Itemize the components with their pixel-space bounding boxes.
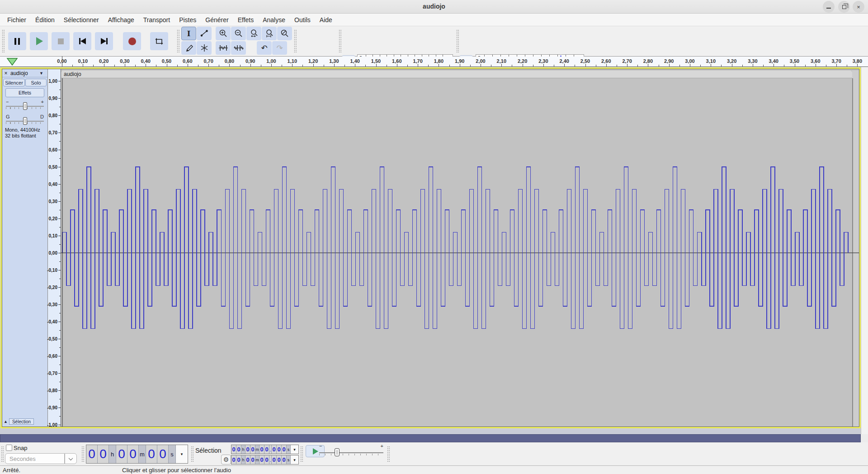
fit-project-button[interactable] bbox=[262, 27, 277, 40]
pan-slider[interactable]: G D bbox=[5, 115, 45, 127]
waveform[interactable] bbox=[61, 69, 859, 427]
toolbar-grip[interactable] bbox=[1, 29, 5, 53]
horizontal-scrollbar-thumb[interactable] bbox=[0, 434, 861, 442]
time-digit[interactable]: 0 bbox=[282, 445, 287, 454]
selection-end-field[interactable]: 00h00m00.000s▾ bbox=[231, 455, 299, 465]
draw-tool-button[interactable] bbox=[181, 41, 196, 55]
time-digit[interactable]: 0 bbox=[236, 455, 241, 464]
time-digit[interactable]: 0 bbox=[250, 445, 255, 454]
loop-button[interactable] bbox=[150, 32, 168, 50]
gain-slider[interactable]: − + bbox=[5, 100, 45, 112]
solo-button[interactable]: Solo bbox=[25, 79, 47, 86]
track-area[interactable]: × audiojo ▼ Silencer Solo Effets − + G D bbox=[0, 67, 868, 434]
selection-tool-button[interactable]: I bbox=[181, 27, 196, 40]
trim-audio-button[interactable] bbox=[216, 41, 231, 55]
menu-generer[interactable]: Générer bbox=[201, 14, 233, 25]
effects-button[interactable]: Effets bbox=[5, 88, 44, 97]
time-digit[interactable]: 0 bbox=[236, 445, 241, 454]
time-digit[interactable]: 0 bbox=[98, 445, 109, 463]
menu-aide[interactable]: Aide bbox=[315, 14, 337, 25]
audio-position-field[interactable]: 00h00m00s▾ bbox=[86, 445, 188, 464]
time-format-dropdown[interactable]: ▾ bbox=[293, 458, 296, 462]
track-select-button[interactable]: Sélection bbox=[9, 418, 34, 425]
time-format-dropdown[interactable]: ▾ bbox=[181, 452, 183, 456]
time-format-dropdown[interactable]: ▾ bbox=[293, 447, 296, 452]
selection-settings-button[interactable]: ⚙ bbox=[221, 455, 231, 465]
time-digit[interactable]: 0 bbox=[277, 445, 282, 454]
track-name[interactable]: audiojo bbox=[9, 70, 39, 76]
selection-start-field[interactable]: 00h00m00.000s▾ bbox=[231, 445, 299, 454]
toolbar-grip[interactable] bbox=[176, 29, 179, 53]
time-digit[interactable]: 0 bbox=[127, 445, 139, 463]
toolbar-grip[interactable] bbox=[1, 446, 4, 462]
time-digit[interactable]: 0 bbox=[264, 445, 269, 454]
gain-slider-thumb[interactable] bbox=[23, 102, 27, 110]
track-close-button[interactable]: × bbox=[2, 70, 9, 76]
menu-transport[interactable]: Transport bbox=[139, 14, 175, 25]
snap-mode-select[interactable]: Secondes bbox=[5, 453, 65, 464]
menu-pistes[interactable]: Pistes bbox=[175, 14, 201, 25]
time-unit[interactable]: s bbox=[287, 455, 291, 464]
toolbar-grip[interactable] bbox=[338, 29, 341, 53]
vertical-scrollbar[interactable] bbox=[861, 67, 868, 434]
toolbar-grip[interactable] bbox=[293, 29, 297, 53]
stop-button[interactable] bbox=[52, 32, 70, 50]
time-unit[interactable]: h bbox=[109, 445, 116, 463]
window-close-button[interactable]: × bbox=[853, 1, 864, 13]
skip-to-end-button[interactable] bbox=[95, 32, 113, 50]
waveform-region[interactable]: audiojo bbox=[61, 69, 859, 427]
window-maximize-button[interactable] bbox=[838, 1, 850, 13]
time-digit[interactable]: 0 bbox=[146, 445, 157, 463]
silence-audio-button[interactable] bbox=[231, 41, 246, 55]
timeline-ruler[interactable]: 0,000,100,200,300,400,500,600,700,800,90… bbox=[0, 57, 868, 67]
toolbar-grip[interactable] bbox=[456, 29, 459, 53]
time-unit[interactable]: m bbox=[255, 455, 259, 464]
menu-outils[interactable]: Outils bbox=[290, 14, 315, 25]
play-button[interactable] bbox=[30, 32, 48, 50]
horizontal-scrollbar[interactable] bbox=[0, 434, 861, 442]
time-digit[interactable]: 0 bbox=[282, 455, 287, 464]
record-button[interactable] bbox=[123, 32, 141, 50]
toolbar-grip[interactable] bbox=[387, 446, 390, 462]
time-digit[interactable]: 0 bbox=[272, 455, 277, 464]
snap-mode-dropdown-button[interactable] bbox=[65, 453, 77, 464]
zoom-in-button[interactable] bbox=[216, 27, 231, 40]
track-menu-button[interactable]: ▼ bbox=[39, 71, 47, 76]
undo-button[interactable]: ↶ bbox=[257, 41, 272, 55]
time-digit[interactable]: 0 bbox=[259, 455, 264, 464]
vertical-scale-ruler[interactable]: 1,000,900,800,700,600,500,400,300,200,10… bbox=[48, 69, 61, 427]
menu-selectionner[interactable]: Sélectionner bbox=[59, 14, 104, 25]
time-digit[interactable]: 0 bbox=[231, 445, 236, 454]
track-collapse-button[interactable]: ▲ bbox=[4, 419, 8, 424]
time-digit[interactable]: 0 bbox=[277, 455, 282, 464]
time-unit[interactable]: h bbox=[241, 455, 245, 464]
menu-affichage[interactable]: Affichage bbox=[104, 14, 139, 25]
window-minimize-button[interactable] bbox=[823, 1, 835, 13]
time-digit[interactable]: 0 bbox=[157, 445, 169, 463]
skip-to-start-button[interactable] bbox=[73, 32, 91, 50]
menu-analyse[interactable]: Analyse bbox=[258, 14, 290, 25]
zoom-out-button[interactable] bbox=[231, 27, 246, 40]
toolbar-grip[interactable] bbox=[300, 446, 303, 462]
multi-tool-button[interactable] bbox=[197, 41, 212, 55]
menu-edition[interactable]: Édition bbox=[31, 14, 59, 25]
time-unit[interactable]: m bbox=[255, 445, 259, 454]
speed-slider-thumb[interactable] bbox=[335, 448, 340, 456]
pause-button[interactable] bbox=[8, 32, 26, 50]
time-digit[interactable]: 0 bbox=[272, 445, 277, 454]
envelope-tool-button[interactable] bbox=[197, 27, 212, 40]
toolbar-grip[interactable] bbox=[191, 446, 194, 462]
mute-button[interactable]: Silencer bbox=[3, 79, 25, 86]
zoom-toggle-button[interactable] bbox=[277, 27, 292, 40]
time-digit[interactable]: 0 bbox=[259, 445, 264, 454]
time-unit[interactable]: s bbox=[287, 445, 291, 454]
pinned-play-head-icon[interactable] bbox=[6, 57, 18, 66]
time-unit[interactable]: h bbox=[241, 445, 245, 454]
time-digit[interactable]: 0 bbox=[264, 455, 269, 464]
playback-speed-slider[interactable]: − + bbox=[318, 443, 384, 461]
time-unit[interactable]: s bbox=[169, 445, 176, 463]
fit-selection-button[interactable] bbox=[246, 27, 261, 40]
pan-slider-thumb[interactable] bbox=[23, 117, 27, 125]
time-digit[interactable]: 0 bbox=[86, 445, 98, 463]
toolbar-grip[interactable] bbox=[81, 446, 85, 462]
